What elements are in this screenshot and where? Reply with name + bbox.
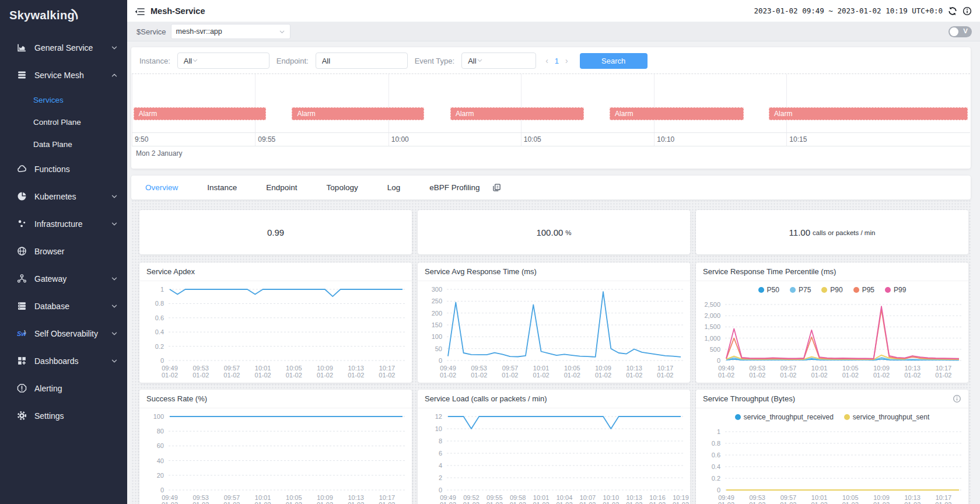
svg-text:0: 0: [160, 487, 164, 494]
svg-text:10:1301-02: 10:1301-02: [348, 365, 364, 379]
sidebar-item-label: Infrastructure: [34, 219, 82, 229]
sidebar-item-label: Kubernetes: [34, 192, 76, 201]
alerting-icon: [16, 383, 27, 393]
svg-text:1,500: 1,500: [704, 323, 720, 330]
svg-text:10:0101-02: 10:0101-02: [811, 365, 828, 379]
sidebar-item-label: Database: [34, 302, 69, 311]
alarm-event-bar[interactable]: Alarm: [769, 107, 968, 120]
sidebar-item-service-mesh[interactable]: Service Mesh: [0, 61, 127, 89]
svg-text:40: 40: [157, 457, 164, 464]
sidebar-item-alerting[interactable]: Alerting: [0, 374, 127, 402]
tab-topology[interactable]: Topology: [327, 183, 358, 192]
tab-log[interactable]: Log: [387, 183, 401, 192]
sidebar-item-gateway[interactable]: Gateway: [0, 265, 127, 292]
alarm-event-bar[interactable]: Alarm: [292, 107, 424, 120]
info-icon[interactable]: [963, 6, 972, 16]
service-select[interactable]: mesh-svr::app: [171, 24, 290, 39]
chart-title-service-throughput: Service Throughput (Bytes): [703, 390, 795, 408]
main-area: Mesh-Service 2023-01-02 09:49 ~ 2023-01-…: [127, 0, 980, 504]
metric-card-0: 0.99: [139, 210, 412, 254]
copy-icon[interactable]: [492, 183, 501, 192]
legend-item-service-throughput-received[interactable]: service_throughput_received: [735, 413, 834, 421]
sidebar-item-database[interactable]: Database: [0, 292, 127, 320]
sidebar-item-control-plane[interactable]: Control Plane: [0, 111, 127, 133]
prev-page-button[interactable]: ‹: [545, 56, 548, 65]
refresh-icon[interactable]: [948, 6, 957, 16]
metric-unit: %: [565, 229, 571, 236]
svg-text:09:4901-02: 09:4901-02: [162, 494, 178, 504]
sidebar-item-label: Control Plane: [33, 118, 81, 127]
svg-text:10:1001-02: 10:1001-02: [603, 494, 619, 504]
gateway-icon: [16, 274, 27, 284]
chevron-up-icon: [111, 72, 118, 79]
chart-legend-service-throughput: service_throughput_receivedservice_throu…: [696, 413, 968, 421]
timeline-gridline: [388, 74, 389, 132]
legend-dot: [735, 414, 741, 420]
search-button[interactable]: Search: [580, 53, 648, 69]
sidebar-item-self-observability[interactable]: Sw)Self Observability: [0, 320, 127, 347]
info-icon[interactable]: [953, 394, 961, 403]
svg-text:2: 2: [439, 474, 442, 481]
sidebar-item-data-plane[interactable]: Data Plane: [0, 133, 127, 155]
chart-body-service-load: 12108642009:4901-0209:5201-0209:5501-020…: [418, 408, 690, 504]
instance-select-value: All: [184, 57, 192, 65]
svg-text:10:0501-02: 10:0501-02: [286, 494, 302, 504]
tab-ebpf-profiling[interactable]: eBPF Profiling: [429, 183, 480, 192]
chart-title-service-load: Service Load (calls or packets / min): [425, 390, 547, 408]
chart-card-service-apdex: Service Apdex10.80.60.40.2009:4901-0209:…: [139, 262, 412, 383]
svg-text:100: 100: [153, 413, 164, 420]
sidebar-item-label: Settings: [34, 411, 64, 421]
infrastructure-icon: [16, 219, 27, 229]
chart-svg-service-avg-response-time: 30025020015010050009:4901-0209:5301-0209…: [418, 281, 690, 383]
svg-text:0: 0: [160, 357, 164, 364]
chevron-down-icon: [111, 303, 118, 310]
endpoint-input[interactable]: [316, 52, 408, 69]
svg-text:0.8: 0.8: [712, 440, 720, 447]
svg-text:300: 300: [432, 286, 442, 293]
sidebar-item-general-service[interactable]: General Service: [0, 34, 127, 61]
version-toggle[interactable]: V: [949, 26, 972, 37]
instance-select[interactable]: All: [177, 52, 270, 69]
sidebar-item-dashboards[interactable]: Dashboards: [0, 347, 127, 374]
legend-item-p50[interactable]: P50: [758, 286, 779, 294]
legend-item-p75[interactable]: P75: [790, 286, 811, 294]
sidebar-item-kubernetes[interactable]: Kubernetes: [0, 183, 127, 210]
tab-endpoint[interactable]: Endpoint: [266, 183, 297, 192]
collapse-menu-icon[interactable]: [134, 7, 145, 16]
legend-item-p90[interactable]: P90: [821, 286, 842, 294]
page-title: Mesh-Service: [150, 6, 205, 16]
legend-dot: [821, 287, 827, 293]
sidebar-item-functions[interactable]: Functions: [0, 155, 127, 183]
svg-text:80: 80: [157, 428, 164, 435]
chevron-down-icon: [111, 330, 118, 337]
legend-label: P90: [830, 286, 842, 294]
event-timeline-plot: AlarmAlarmAlarmAlarmAlarm: [132, 74, 970, 133]
settings-icon: [16, 411, 27, 421]
legend-item-service-throughput-sent[interactable]: service_throughput_sent: [844, 413, 929, 421]
kubernetes-icon: [16, 191, 27, 201]
tab-instance[interactable]: Instance: [207, 183, 237, 192]
alarm-event-bar[interactable]: Alarm: [450, 107, 583, 120]
time-range-picker[interactable]: 2023-01-02 09:49 ~ 2023-01-02 10:19 UTC+…: [754, 6, 943, 15]
sidebar-item-services[interactable]: Services: [0, 89, 127, 111]
sidebar-item-browser[interactable]: Browser: [0, 237, 127, 265]
svg-text:10:0501-02: 10:0501-02: [842, 365, 859, 379]
chart-title-bar: Success Rate (%): [139, 390, 412, 408]
legend-item-p99[interactable]: P99: [885, 286, 906, 294]
current-page[interactable]: 1: [555, 57, 559, 65]
timeline-gridline: [255, 74, 256, 132]
sidebar-item-settings[interactable]: Settings: [0, 402, 127, 429]
alarm-event-bar[interactable]: Alarm: [610, 107, 744, 120]
chart-svg-success-rate: 10080604020009:4901-0209:5301-0209:5701-…: [139, 408, 412, 504]
svg-text:10:0901-02: 10:0901-02: [595, 365, 611, 379]
next-page-button[interactable]: ›: [565, 56, 568, 65]
sidebar-item-label: Data Plane: [33, 140, 72, 149]
event-type-select[interactable]: All: [461, 52, 536, 69]
tab-overview[interactable]: Overview: [145, 183, 178, 192]
legend-dot: [758, 287, 764, 293]
legend-item-p95[interactable]: P95: [853, 286, 874, 294]
chart-svg-service-apdex: 10.80.60.40.2009:4901-0209:5301-0209:570…: [139, 281, 412, 383]
sidebar-item-infrastructure[interactable]: Infrastructure: [0, 210, 127, 237]
timeline-gridline: [132, 133, 132, 146]
alarm-event-bar[interactable]: Alarm: [134, 107, 266, 120]
